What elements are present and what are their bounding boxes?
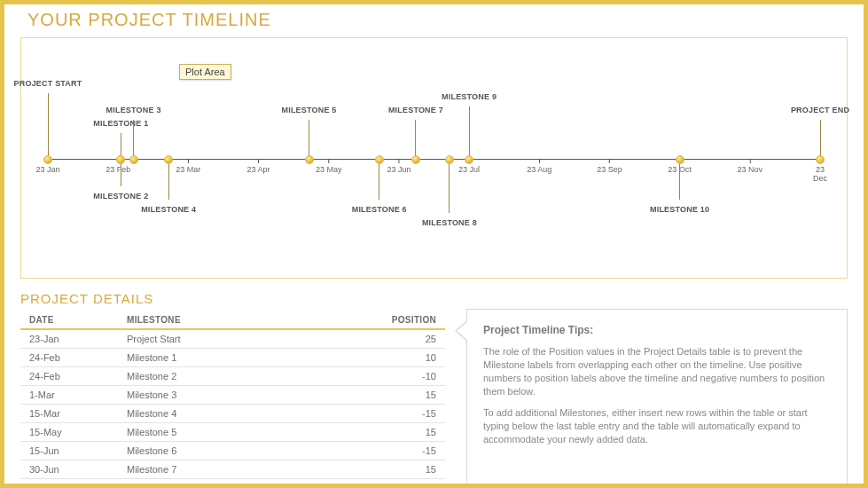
cell-date: 15-Mar: [20, 405, 118, 423]
tips-paragraph-2: To add additional Milestones, either ins…: [483, 406, 831, 446]
table-row: 24-FebMilestone 110: [20, 349, 445, 367]
axis-tick: 23 Jun: [387, 159, 411, 174]
cell-position: 25: [365, 329, 445, 349]
tips-heading: Project Timeline Tips:: [483, 324, 831, 336]
milestone-stem: [820, 120, 821, 160]
axis-tick: 23 Aug: [527, 159, 551, 174]
cell-milestone: Milestone 8: [118, 479, 365, 489]
cell-position: -20: [365, 479, 445, 489]
milestone-stem: [48, 93, 49, 160]
cell-milestone: Milestone 1: [118, 349, 365, 367]
milestone-dot-icon: [411, 155, 420, 164]
details-header-row: DATE MILESTONE POSITION: [20, 311, 445, 329]
cell-position: -15: [365, 405, 445, 423]
milestone-label: MILESTONE 8: [422, 218, 477, 227]
cell-milestone: Milestone 2: [118, 367, 365, 386]
cell-date: 24-Feb: [20, 367, 118, 386]
milestone-dot-icon: [465, 155, 473, 164]
tips-paragraph-1: The role of the Position values in the P…: [483, 345, 831, 397]
table-row: 1-MarMilestone 315: [20, 386, 445, 405]
header: YOUR PROJECT TIMELINE: [4, 4, 864, 34]
cell-date: 15-May: [20, 423, 118, 442]
cell-milestone: Project Start: [118, 329, 365, 349]
axis-tick: 23 Nov: [738, 159, 763, 174]
cell-position: -10: [365, 367, 445, 386]
table-row: 15-JunMilestone 6-15: [20, 442, 445, 460]
details-section: PROJECT DETAILS DATE MILESTONE POSITION …: [20, 291, 848, 488]
cell-position: 15: [365, 386, 445, 405]
cell-milestone: Milestone 4: [118, 405, 365, 423]
table-row: 15-JulMilestone 8-20: [20, 479, 445, 489]
table-row: 30-JunMilestone 715: [20, 460, 445, 479]
milestone-label: PROJECT END: [791, 106, 849, 114]
cell-milestone: Milestone 6: [118, 442, 365, 460]
milestone-dot-icon: [129, 155, 138, 164]
milestone-dot-icon: [375, 155, 384, 164]
cell-position: 10: [365, 349, 445, 367]
col-milestone: MILESTONE: [118, 311, 365, 329]
axis-tick: 23 Mar: [176, 159, 200, 174]
milestone-stem: [449, 160, 450, 213]
cell-position: -15: [365, 442, 445, 460]
milestone-label: MILESTONE 9: [442, 92, 497, 101]
cell-date: 15-Jul: [20, 479, 118, 489]
table-row: 15-MarMilestone 4-15: [20, 405, 445, 423]
cell-milestone: Milestone 5: [118, 423, 365, 442]
cell-milestone: Milestone 3: [118, 386, 365, 405]
timeline-chart-panel: Plot Area 23 Jan23 Feb23 Mar23 Apr23 May…: [20, 37, 848, 279]
details-table: DATE MILESTONE POSITION 23-JanProject St…: [20, 311, 445, 488]
axis-tick: 23 May: [316, 159, 342, 174]
col-date: DATE: [20, 311, 118, 329]
milestone-dot-icon: [43, 155, 52, 164]
cell-milestone: Milestone 7: [118, 460, 365, 479]
timeline-axis: 23 Jan23 Feb23 Mar23 Apr23 May23 Jun23 J…: [48, 159, 820, 160]
cell-position: 15: [365, 423, 445, 442]
milestone-dot-icon: [305, 155, 314, 164]
milestone-dot-icon: [164, 155, 173, 164]
milestone-stem: [168, 160, 169, 200]
details-left: PROJECT DETAILS DATE MILESTONE POSITION …: [20, 291, 445, 488]
milestone-dot-icon: [116, 155, 125, 164]
milestone-stem: [309, 120, 309, 160]
milestone-dot-icon: [445, 155, 454, 164]
axis-tick: 23 Apr: [247, 159, 270, 174]
cell-date: 24-Feb: [20, 349, 118, 367]
cell-position: 15: [365, 460, 445, 479]
milestone-label: MILESTONE 1: [93, 119, 148, 128]
details-title: PROJECT DETAILS: [20, 291, 445, 306]
milestone-stem: [133, 120, 134, 160]
cell-date: 1-Mar: [20, 386, 118, 405]
axis-tick: 23 Sep: [597, 159, 622, 174]
cell-date: 15-Jun: [20, 442, 118, 460]
table-row: 23-JanProject Start25: [20, 329, 445, 349]
table-row: 24-FebMilestone 2-10: [20, 367, 445, 386]
table-row: 15-MayMilestone 515: [20, 423, 445, 442]
milestone-label: MILESTONE 3: [106, 106, 161, 114]
cell-date: 23-Jan: [20, 329, 118, 349]
plot-area-tooltip: Plot Area: [179, 64, 231, 80]
milestone-label: PROJECT START: [14, 79, 82, 88]
tips-callout: Project Timeline Tips: The role of the P…: [466, 309, 848, 488]
milestone-label: MILESTONE 5: [282, 106, 337, 114]
cell-date: 30-Jun: [20, 460, 118, 479]
milestone-dot-icon: [676, 155, 684, 164]
milestone-stem: [679, 160, 680, 200]
milestone-stem: [379, 160, 379, 200]
page-title: YOUR PROJECT TIMELINE: [27, 10, 841, 30]
milestone-label: MILESTONE 10: [650, 205, 709, 214]
milestone-label: MILESTONE 7: [388, 106, 443, 114]
milestone-stem: [469, 106, 470, 160]
milestone-stem: [415, 120, 416, 160]
col-position: POSITION: [365, 311, 445, 329]
milestone-label: MILESTONE 6: [352, 205, 407, 214]
milestone-dot-icon: [816, 155, 825, 164]
milestone-label: MILESTONE 4: [141, 205, 196, 214]
milestone-label: MILESTONE 2: [93, 192, 148, 201]
callout-pointer-icon: [455, 320, 467, 342]
